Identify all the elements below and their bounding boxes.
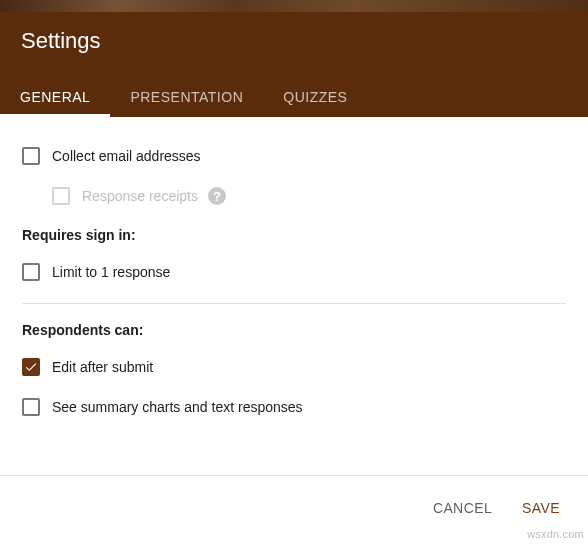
option-limit1: Limit to 1 response (22, 263, 566, 281)
option-label: Collect email addresses (52, 148, 201, 164)
tab-general[interactable]: GENERAL (0, 89, 110, 117)
dialog-content: Collect email addresses Response receipt… (0, 117, 588, 416)
option-see-summary: See summary charts and text responses (22, 398, 566, 416)
section-respondents: Respondents can: (22, 322, 566, 338)
tab-presentation[interactable]: PRESENTATION (110, 89, 263, 117)
option-response-receipts: Response receipts ? (52, 187, 566, 205)
option-label: Edit after submit (52, 359, 153, 375)
tabs: GENERAL PRESENTATION QUIZZES (0, 69, 367, 117)
checkbox-limit1[interactable] (22, 263, 40, 281)
save-button[interactable]: SAVE (522, 500, 560, 516)
dialog-header: Settings GENERAL PRESENTATION QUIZZES (0, 0, 588, 117)
checkbox-see-summary[interactable] (22, 398, 40, 416)
separator (22, 303, 566, 304)
dialog-footer: CANCEL SAVE (0, 475, 588, 516)
checkbox-edit-after-submit[interactable] (22, 358, 40, 376)
check-icon (24, 360, 38, 374)
option-edit-after-submit: Edit after submit (22, 358, 566, 376)
section-signin: Requires sign in: (22, 227, 566, 243)
option-label: See summary charts and text responses (52, 399, 303, 415)
option-collect-email: Collect email addresses (22, 147, 566, 165)
tab-quizzes[interactable]: QUIZZES (263, 89, 367, 117)
checkbox-response-receipts (52, 187, 70, 205)
cancel-button[interactable]: CANCEL (433, 500, 492, 516)
watermark: wsxdn.com (527, 528, 584, 540)
option-label: Limit to 1 response (52, 264, 170, 280)
help-icon[interactable]: ? (208, 187, 226, 205)
option-label: Response receipts (82, 188, 198, 204)
dialog-title: Settings (21, 28, 101, 54)
checkbox-collect-email[interactable] (22, 147, 40, 165)
